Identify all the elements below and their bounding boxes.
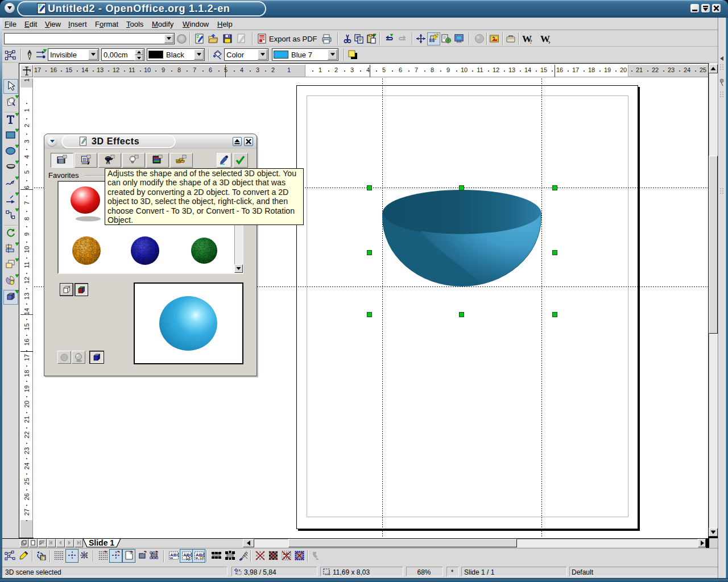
svg-text:?: ? [530,39,532,44]
svg-text:W: W [540,34,550,44]
svg-text:Slide 1: Slide 1 [89,538,114,547]
svg-text:ABC: ABC [170,552,179,558]
